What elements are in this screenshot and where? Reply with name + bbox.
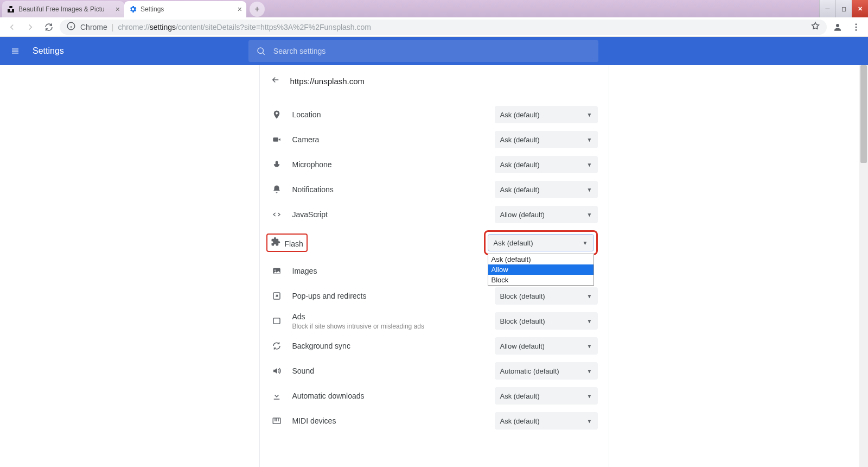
settings-favicon-icon bbox=[129, 5, 137, 14]
unsplash-favicon-icon bbox=[7, 5, 15, 14]
permission-select[interactable]: Ask (default)▼ bbox=[495, 412, 598, 430]
image-icon bbox=[271, 266, 283, 276]
permission-row-javascript: JavaScriptAllow (default)▼ bbox=[260, 202, 609, 227]
permission-label: MIDI devices bbox=[292, 416, 485, 425]
new-tab-button[interactable]: + bbox=[250, 2, 265, 17]
sync-icon bbox=[271, 341, 283, 351]
chevron-down-icon: ▼ bbox=[587, 187, 592, 193]
chrome-menu-button[interactable] bbox=[848, 20, 864, 35]
permission-label: Background sync bbox=[292, 342, 485, 350]
settings-title: Settings bbox=[33, 46, 64, 56]
omnibox[interactable]: Chrome | chrome://settings/content/siteD… bbox=[60, 20, 827, 35]
permission-select[interactable]: Ask (default)▼ bbox=[495, 387, 598, 405]
permission-label: JavaScript bbox=[292, 210, 485, 219]
tab-unsplash[interactable]: Beautiful Free Images & Pictu × bbox=[2, 1, 124, 17]
svg-point-6 bbox=[856, 26, 857, 28]
svg-rect-13 bbox=[273, 137, 278, 142]
permission-select[interactable]: Block (default)▼ bbox=[495, 287, 598, 305]
chevron-down-icon: ▼ bbox=[583, 240, 588, 246]
svg-point-11 bbox=[258, 48, 264, 54]
search-icon bbox=[256, 46, 266, 56]
permission-row-automatic-downloads: Automatic downloadsAsk (default)▼ bbox=[260, 383, 609, 408]
permission-label: Pop-ups and redirects bbox=[292, 292, 485, 300]
tab-settings[interactable]: Settings × bbox=[124, 1, 246, 17]
chevron-down-icon: ▼ bbox=[587, 368, 592, 374]
dropdown-option[interactable]: Allow bbox=[488, 264, 593, 275]
chevron-down-icon: ▼ bbox=[587, 293, 592, 299]
select-value: Block (default) bbox=[500, 317, 545, 325]
settings-search-input[interactable] bbox=[273, 47, 591, 55]
scrollbar[interactable] bbox=[859, 65, 868, 467]
permission-row-location: LocationAsk (default)▼ bbox=[260, 102, 609, 127]
permission-select[interactable]: Ask (default)▼ bbox=[495, 131, 598, 148]
chevron-down-icon: ▼ bbox=[587, 162, 592, 168]
permission-label: Sound bbox=[292, 367, 485, 375]
permission-select[interactable]: Ask (default)▼ bbox=[488, 234, 594, 251]
forward-button[interactable] bbox=[23, 20, 38, 35]
scrollbar-thumb[interactable] bbox=[860, 65, 867, 163]
reload-button[interactable] bbox=[41, 20, 56, 35]
bookmark-star-icon[interactable] bbox=[810, 21, 820, 33]
settings-search[interactable] bbox=[248, 40, 598, 62]
window-maximize-button[interactable]: ◻ bbox=[835, 0, 852, 17]
chevron-down-icon: ▼ bbox=[587, 212, 592, 218]
permission-row-microphone: MicrophoneAsk (default)▼ bbox=[260, 152, 609, 177]
chevron-down-icon: ▼ bbox=[587, 343, 592, 349]
chevron-down-icon: ▼ bbox=[587, 418, 592, 424]
svg-rect-18 bbox=[273, 318, 280, 324]
dropdown-option[interactable]: Block bbox=[488, 275, 593, 285]
permission-label: AdsBlock if site shows intrusive or misl… bbox=[292, 312, 485, 330]
omnibox-scheme: Chrome bbox=[80, 23, 107, 31]
svg-point-16 bbox=[274, 269, 275, 270]
permission-select[interactable]: Ask (default)▼ bbox=[495, 106, 598, 123]
select-value: Ask (default) bbox=[494, 239, 533, 247]
permission-select[interactable]: Automatic (default)▼ bbox=[495, 362, 598, 380]
mic-icon bbox=[271, 160, 283, 169]
window-minimize-button[interactable]: ─ bbox=[819, 0, 835, 17]
svg-point-4 bbox=[836, 24, 839, 27]
svg-line-12 bbox=[263, 53, 264, 54]
window-close-button[interactable]: ✕ bbox=[852, 0, 868, 17]
tab-close-icon[interactable]: × bbox=[238, 5, 242, 13]
popup-icon bbox=[271, 291, 283, 301]
bell-icon bbox=[271, 185, 283, 194]
permission-select[interactable]: Block (default)▼ bbox=[495, 312, 598, 330]
site-info-icon[interactable] bbox=[66, 21, 76, 33]
permission-sublabel: Block if site shows intrusive or mislead… bbox=[292, 323, 485, 330]
permission-select[interactable]: Ask (default)▼ bbox=[495, 156, 598, 173]
back-button[interactable] bbox=[4, 20, 20, 35]
permission-row-ads: AdsBlock if site shows intrusive or misl… bbox=[260, 308, 609, 333]
back-arrow-icon[interactable] bbox=[271, 75, 280, 87]
camera-icon bbox=[271, 135, 283, 144]
tab-close-icon[interactable]: × bbox=[116, 5, 120, 13]
site-url: https://unsplash.com bbox=[290, 77, 365, 86]
dropdown-option[interactable]: Ask (default) bbox=[488, 254, 593, 264]
permission-row-notifications: NotificationsAsk (default)▼ bbox=[260, 177, 609, 202]
permission-select[interactable]: Allow (default)▼ bbox=[495, 337, 598, 355]
select-value: Ask (default) bbox=[500, 392, 540, 400]
browser-toolbar: Chrome | chrome://settings/content/siteD… bbox=[0, 17, 868, 37]
permission-select[interactable]: Allow (default)▼ bbox=[495, 206, 598, 223]
select-value: Ask (default) bbox=[500, 161, 540, 169]
select-value: Ask (default) bbox=[500, 136, 540, 144]
permission-row-background-sync: Background syncAllow (default)▼ bbox=[260, 333, 609, 358]
svg-point-5 bbox=[856, 23, 857, 25]
select-value: Ask (default) bbox=[500, 417, 540, 425]
profile-avatar-icon[interactable] bbox=[830, 20, 845, 35]
tab-title: Settings bbox=[141, 5, 234, 13]
svg-point-7 bbox=[856, 29, 857, 30]
permission-select[interactable]: Ask (default)▼ bbox=[495, 181, 598, 198]
chevron-down-icon: ▼ bbox=[587, 112, 592, 118]
permission-label: Microphone bbox=[292, 160, 485, 169]
chevron-down-icon: ▼ bbox=[587, 318, 592, 324]
select-value: Allow (default) bbox=[500, 342, 545, 350]
permission-label: Location bbox=[292, 110, 485, 119]
download-icon bbox=[271, 391, 283, 401]
chevron-down-icon: ▼ bbox=[587, 137, 592, 143]
hamburger-menu-icon[interactable] bbox=[9, 45, 22, 58]
permission-row-midi-devices: MIDI devicesAsk (default)▼ bbox=[260, 408, 609, 433]
permission-label: Notifications bbox=[292, 185, 485, 194]
select-value: Ask (default) bbox=[500, 111, 540, 119]
select-value: Automatic (default) bbox=[500, 367, 559, 375]
content-area: https://unsplash.com LocationAsk (defaul… bbox=[0, 65, 868, 467]
